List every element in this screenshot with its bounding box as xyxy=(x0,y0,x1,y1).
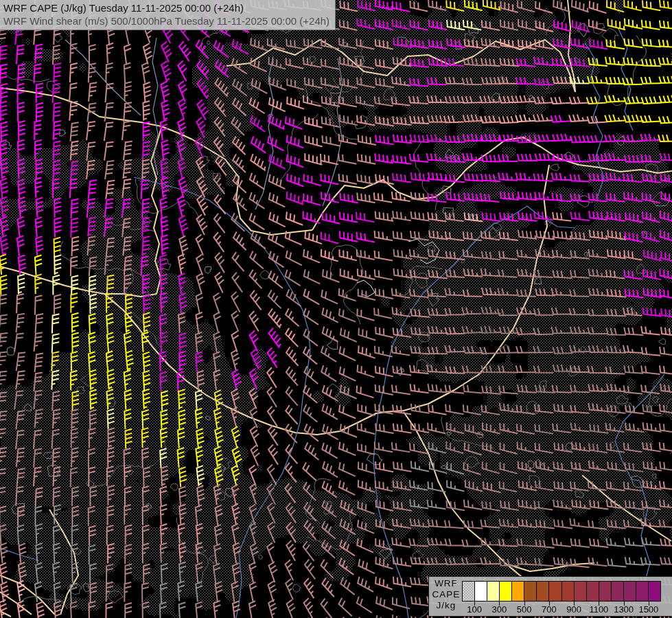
legend-label-model: WRF xyxy=(430,578,462,589)
colorbar-tick-label: 300 xyxy=(492,604,507,615)
title-box: WRF CAPE (J/kg) Tuesday 11-11-2025 00:00… xyxy=(0,0,336,30)
colorbar-cell xyxy=(586,582,599,601)
colorbar-cell xyxy=(636,582,648,601)
colorbar-cell xyxy=(574,582,586,601)
legend-labels: WRF CAPE J/kg xyxy=(430,578,462,611)
colorbar-tick-label: 500 xyxy=(517,604,532,615)
colorbar-cell xyxy=(499,582,511,601)
colorbar-cell xyxy=(561,582,574,601)
colorbar-tick-label: 900 xyxy=(566,604,581,615)
map-title-shear: WRF Wind shear (m/s) 500/1000hPa Tuesday… xyxy=(3,14,329,27)
cape-colorbar xyxy=(462,581,661,602)
colorbar-cell xyxy=(511,582,524,601)
weather-map: WRF CAPE (J/kg) Tuesday 11-11-2025 00:00… xyxy=(0,0,672,618)
map-title-cape: WRF CAPE (J/kg) Tuesday 11-11-2025 00:00… xyxy=(3,1,329,14)
colorbar-tick-label: 100 xyxy=(467,604,482,615)
colorbar-cell xyxy=(474,582,487,601)
colorbar-tick-label: 1300 xyxy=(614,604,634,615)
colorbar-cell xyxy=(524,582,536,601)
colorbar-tick-label: 700 xyxy=(542,604,557,615)
legend-label-variable: CAPE xyxy=(430,589,462,600)
colorbar-cell xyxy=(487,582,499,601)
weather-map-canvas xyxy=(0,0,672,618)
colorbar-cell xyxy=(536,582,548,601)
legend-label-unit: J/kg xyxy=(430,600,462,611)
cape-legend: WRF CAPE J/kg 10030050070090011001300150… xyxy=(428,576,672,617)
colorbar-cell xyxy=(623,582,636,601)
colorbar-tick-label: 1500 xyxy=(638,604,658,615)
colorbar-cell xyxy=(548,582,561,601)
colorbar-cell xyxy=(599,582,611,601)
colorbar-cell xyxy=(611,582,623,601)
colorbar-cell xyxy=(463,582,474,601)
colorbar-tick-label: 1100 xyxy=(589,604,608,615)
colorbar-cell xyxy=(648,582,660,601)
